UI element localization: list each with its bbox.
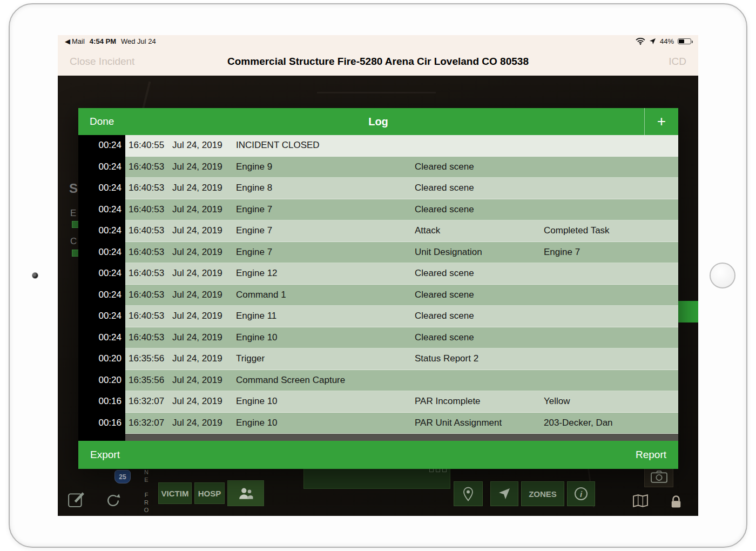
sidebar-fragment-label: S [69, 181, 78, 196]
log-elapsed: 00:20 [78, 348, 125, 370]
close-incident-button[interactable]: Close Incident [70, 56, 134, 68]
log-action: Unit Designation [415, 242, 544, 264]
log-date: Jul 24, 2019 [171, 327, 236, 349]
log-elapsed: 00:24 [78, 178, 125, 199]
log-time: 16:40:53 [125, 327, 171, 349]
log-row[interactable]: 00:16 16:32:07 Jul 24, 2019 Engine 10 PA… [78, 391, 678, 413]
log-elapsed: 00:24 [78, 199, 125, 221]
status-date: Wed Jul 24 [121, 37, 156, 45]
compose-button[interactable] [65, 488, 87, 510]
log-modal-title: Log [368, 116, 388, 128]
stage: ◀ Mail 4:54 PM Wed Jul 24 44% Commercial… [0, 0, 756, 551]
log-row[interactable]: 00:24 16:40:53 Jul 24, 2019 Engine 7 Uni… [78, 242, 678, 264]
background-selected-row-fragment [678, 301, 698, 322]
log-action: Cleared scene [415, 199, 544, 221]
log-modal: Done Log + 00:24 16:40:55 Jul 24, 2019 I… [78, 108, 678, 468]
log-row[interactable]: 00:24 16:40:53 Jul 24, 2019 Engine 7 Cle… [78, 199, 678, 221]
log-unit: Trigger [236, 348, 415, 370]
log-action [415, 135, 544, 157]
log-row-partial [78, 434, 678, 441]
log-action: Cleared scene [415, 285, 544, 306]
incident-title: Commercial Structure Fire-5280 Arena Cir… [58, 56, 698, 68]
add-log-entry-button[interactable]: + [644, 108, 678, 135]
log-unit: Engine 9 [236, 157, 415, 178]
log-unit: Engine 7 [236, 220, 415, 242]
battery-icon [678, 38, 691, 44]
lock-icon [670, 495, 682, 509]
refresh-button[interactable] [104, 491, 122, 509]
back-to-app-link[interactable]: ◀ Mail [65, 37, 85, 45]
log-row[interactable]: 00:20 16:35:56 Jul 24, 2019 Trigger Stat… [78, 348, 678, 370]
log-detail [544, 370, 678, 392]
log-detail [544, 263, 678, 285]
log-row[interactable]: 00:24 16:40:53 Jul 24, 2019 Engine 9 Cle… [78, 157, 678, 178]
log-elapsed: 00:24 [78, 157, 125, 178]
log-unit: Command 1 [236, 285, 415, 306]
log-action: Status Report 2 [415, 348, 544, 370]
status-time: 4:54 PM [90, 37, 116, 45]
log-row[interactable]: 00:24 16:40:53 Jul 24, 2019 Engine 7 Att… [78, 220, 678, 242]
log-unit: Engine 10 [236, 327, 415, 349]
log-detail [544, 157, 678, 178]
log-time: 16:32:07 [125, 413, 171, 434]
log-unit: Engine 8 [236, 178, 415, 199]
map-pin-button[interactable] [454, 481, 483, 506]
log-row[interactable]: 00:24 16:40:53 Jul 24, 2019 Engine 12 Cl… [78, 263, 678, 285]
hosp-button[interactable]: HOSP [194, 482, 225, 504]
info-button[interactable]: i [567, 481, 595, 506]
battery-percent: 44% [660, 37, 674, 45]
log-date: Jul 24, 2019 [171, 242, 236, 264]
log-detail [544, 348, 678, 370]
personnel-button[interactable] [227, 480, 264, 506]
export-button[interactable]: Export [90, 449, 120, 461]
log-detail [544, 285, 678, 306]
log-row[interactable]: 00:24 16:40:53 Jul 24, 2019 Engine 11 Cl… [78, 306, 678, 327]
log-detail: Completed Task [544, 220, 678, 242]
log-rows: 00:24 16:40:55 Jul 24, 2019 INCIDENT CLO… [78, 135, 678, 434]
log-row[interactable]: 00:24 16:40:55 Jul 24, 2019 INCIDENT CLO… [78, 135, 678, 157]
lock-button[interactable] [666, 490, 686, 513]
locate-arrow-button[interactable] [490, 481, 518, 506]
home-button[interactable] [710, 263, 735, 288]
victim-button[interactable]: VICTIM [158, 482, 192, 504]
log-time: 16:40:55 [125, 135, 171, 157]
log-row[interactable]: 00:24 16:40:53 Jul 24, 2019 Engine 10 Cl… [78, 327, 678, 349]
camera-button[interactable] [644, 466, 673, 487]
pin-icon [463, 487, 473, 501]
log-detail [544, 306, 678, 327]
log-detail: 203-Decker, Dan [544, 413, 678, 434]
log-row[interactable]: 00:24 16:40:53 Jul 24, 2019 Command 1 Cl… [78, 285, 678, 306]
log-detail [544, 199, 678, 221]
log-date: Jul 24, 2019 [171, 413, 236, 434]
people-icon [238, 487, 253, 500]
log-date: Jul 24, 2019 [171, 306, 236, 327]
wifi-icon [636, 38, 645, 45]
log-action: Cleared scene [415, 263, 544, 285]
navigation-arrow-icon [498, 488, 510, 500]
map-button[interactable] [629, 490, 652, 511]
log-modal-footer: Export Report [78, 441, 678, 469]
icd-button[interactable]: ICD [669, 56, 686, 68]
done-button[interactable]: Done [90, 108, 114, 135]
camera-icon [651, 471, 667, 483]
log-date: Jul 24, 2019 [171, 199, 236, 221]
sidebar-fragment-label: C [70, 236, 77, 247]
log-action [415, 370, 544, 392]
log-date: Jul 24, 2019 [171, 157, 236, 178]
log-action: Cleared scene [415, 327, 544, 349]
log-row[interactable]: 00:16 16:32:07 Jul 24, 2019 Engine 10 PA… [78, 413, 678, 434]
status-bar: ◀ Mail 4:54 PM Wed Jul 24 44% [58, 35, 698, 47]
log-elapsed: 00:20 [78, 370, 125, 392]
report-button[interactable]: Report [636, 449, 666, 461]
log-row[interactable]: 00:20 16:35:56 Jul 24, 2019 Command Scre… [78, 370, 678, 392]
log-modal-header: Done Log + [78, 108, 678, 135]
zones-button[interactable]: ZONES [521, 481, 564, 506]
log-unit: Command Screen Capture [236, 370, 415, 392]
log-time: 16:40:53 [125, 285, 171, 306]
log-time: 16:40:53 [125, 199, 171, 221]
log-unit: Engine 7 [236, 242, 415, 264]
log-date: Jul 24, 2019 [171, 135, 236, 157]
log-row[interactable]: 00:24 16:40:53 Jul 24, 2019 Engine 8 Cle… [78, 178, 678, 199]
map-icon [633, 494, 648, 507]
log-detail: Yellow [544, 391, 678, 413]
